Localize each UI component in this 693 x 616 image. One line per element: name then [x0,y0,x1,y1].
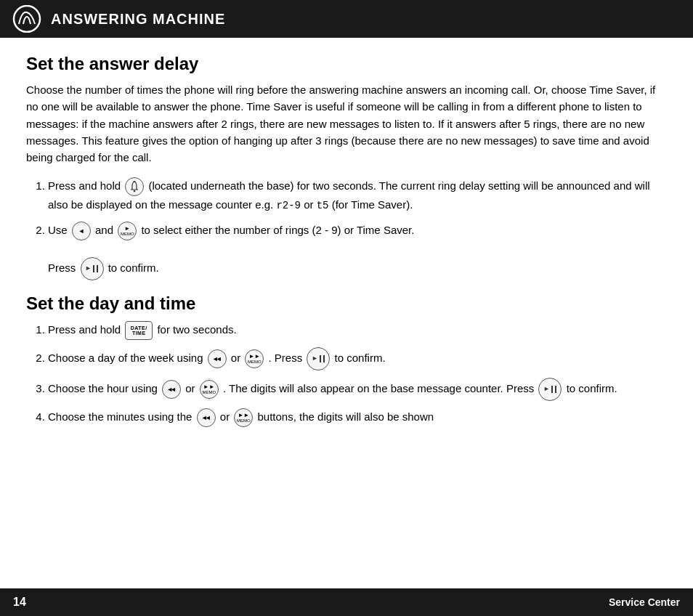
section2-step1: Press and hold DATE/ TIME for two second… [48,321,667,340]
right-arrow-memo-button-3: ►► MEMO [200,380,219,399]
section2: Set the day and time Press and hold DATE… [26,293,667,427]
page-number: 14 [13,596,26,609]
step2-and: and [95,224,113,236]
step1-code2: t5 [317,200,329,211]
s2-step4-end: buttons, the digits will also be shown [258,410,434,423]
main-content: Set the answer delay Choose the number o… [0,38,693,449]
s2-step1-before: Press and hold [48,323,121,336]
bell-icon [125,177,144,196]
right-arrow-memo-button-4: ►► MEMO [234,408,253,427]
section2-step3: Choose the hour using or ►► MEMO . The d… [48,378,667,401]
step2-middle: to select either the number of rings (2 … [141,224,414,236]
s2-step3-or: or [185,382,195,394]
step1-code1: r2-9 [276,200,301,211]
left-arrow-button-4 [197,408,216,427]
right-arrow-memo-button-2: ►► MEMO [245,349,264,368]
play-pause-button-1: ► [81,257,104,280]
s2-step2-middle: . Press [269,352,303,364]
answering-machine-logo [12,5,42,33]
right-arrow-memo-button-1: ► MEMO [118,222,137,240]
s2-step4-or: or [220,410,230,423]
svg-point-0 [14,6,40,32]
header-title: ANSWERING MACHINE [51,11,225,28]
section1-intro: Choose the number of times the phone wil… [26,81,667,166]
section1-step2: Use and ► MEMO to select either the numb… [48,222,667,280]
left-arrow-button-1 [72,222,91,240]
section1-title: Set the answer delay [26,54,667,74]
step2-press-label: Press ► to confirm. [48,262,159,274]
service-center-text: Service Center [609,596,680,608]
section2-step4: Choose the minutes using the or ►► MEMO … [48,408,667,427]
left-arrow-button-3 [162,380,181,399]
section1-steps: Press and hold (located underneath the b… [41,177,667,280]
s2-step3-middle: . The digits will also appear on the bas… [223,382,534,394]
step1-text-before: Press and hold [48,179,121,192]
step1-end: (for Time Saver). [332,198,413,211]
play-pause-button-2: ► [307,347,330,370]
section1-step1: Press and hold (located underneath the b… [48,177,667,214]
s2-step2-or: or [231,352,240,364]
step1-or: or [304,198,313,211]
page-footer: 14 Service Center [0,588,693,616]
s2-step4-before: Choose the minutes using the [48,410,192,423]
page-header: ANSWERING MACHINE [0,0,693,38]
s2-step1-after: for two seconds. [157,323,236,336]
date-time-button: DATE/ TIME [125,321,153,340]
svg-point-1 [134,190,136,192]
step2-use: Use [48,224,68,236]
s2-step3-confirm: to confirm. [567,382,617,394]
play-pause-button-3: ► [538,378,562,401]
section2-step2: Choose a day of the week using or ►► MEM… [48,347,667,370]
section2-steps: Press and hold DATE/ TIME for two second… [41,321,667,427]
left-arrow-button-2 [208,349,227,368]
s2-step2-before: Choose a day of the week using [48,352,203,364]
section2-title: Set the day and time [26,293,667,314]
s2-step2-confirm: to confirm. [335,352,386,364]
s2-step3-before: Choose the hour using [48,382,158,394]
